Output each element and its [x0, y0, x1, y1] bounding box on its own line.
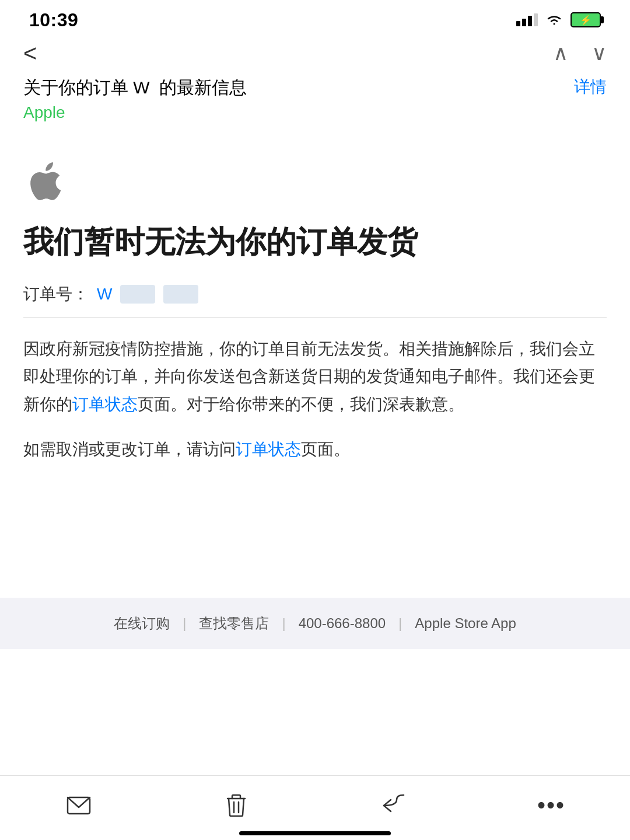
- order-status-link-2[interactable]: 订单状态: [236, 440, 301, 458]
- email-detail-button[interactable]: 详情: [574, 76, 607, 98]
- order-placeholder-1: [120, 285, 155, 304]
- battery-icon: ⚡: [570, 12, 601, 27]
- home-indicator: [239, 831, 391, 835]
- email-sender[interactable]: Apple: [23, 103, 65, 121]
- email-subject-row: 关于你的订单 W 的最新信息 详情: [23, 76, 607, 100]
- back-button[interactable]: <: [23, 41, 37, 65]
- nav-arrows: ∧ ∨: [553, 41, 607, 65]
- status-time: 10:39: [29, 9, 78, 31]
- apple-logo-container: [23, 149, 607, 222]
- reply-icon: [380, 792, 407, 818]
- bottom-toolbar: •••: [0, 775, 630, 840]
- email-footer: 在线订购 | 查找零售店 | 400-666-8800 | Apple Stor…: [0, 598, 630, 649]
- wifi-icon: [546, 13, 562, 26]
- more-icon: •••: [537, 792, 565, 818]
- trash-button[interactable]: [213, 787, 260, 822]
- order-placeholder-2: [163, 285, 198, 304]
- footer-link-phone[interactable]: 400-666-8800: [286, 615, 398, 632]
- order-row: 订单号： W: [23, 283, 607, 305]
- footer-link-app[interactable]: Apple Store App: [402, 615, 528, 632]
- email-body: 我们暂时无法为你的订单发货 订单号： W 因政府新冠疫情防控措施，你的订单目前无…: [0, 131, 630, 463]
- order-divider: [23, 317, 607, 318]
- mail-icon: [65, 792, 92, 818]
- order-number-link[interactable]: W: [97, 285, 112, 304]
- more-button[interactable]: •••: [528, 787, 575, 822]
- mail-button[interactable]: [55, 787, 102, 822]
- order-status-link-1[interactable]: 订单状态: [72, 395, 138, 413]
- status-icons: ⚡: [516, 12, 601, 27]
- battery-bolt: ⚡: [572, 13, 600, 26]
- body-paragraph-2: 如需取消或更改订单，请访问订单状态页面。: [23, 435, 607, 463]
- nav-bar: < ∧ ∨: [0, 35, 630, 71]
- footer-link-store[interactable]: 查找零售店: [186, 614, 282, 633]
- footer-link-shop[interactable]: 在线订购: [101, 614, 183, 633]
- order-label: 订单号：: [23, 283, 89, 305]
- main-heading: 我们暂时无法为你的订单发货: [23, 222, 607, 262]
- body-paragraph-1: 因政府新冠疫情防控措施，你的订单目前无法发货。相关措施解除后，我们会立即处理你的…: [23, 335, 607, 419]
- signal-icon: [516, 13, 538, 26]
- nav-down-button[interactable]: ∨: [592, 41, 607, 65]
- apple-logo-icon: [23, 161, 65, 203]
- trash-icon: [223, 792, 250, 818]
- email-subject: 关于你的订单 W 的最新信息: [23, 76, 562, 100]
- nav-up-button[interactable]: ∧: [553, 41, 568, 65]
- reply-button[interactable]: [370, 787, 417, 822]
- email-header: 关于你的订单 W 的最新信息 详情 Apple: [0, 71, 630, 131]
- status-bar: 10:39 ⚡: [0, 0, 630, 35]
